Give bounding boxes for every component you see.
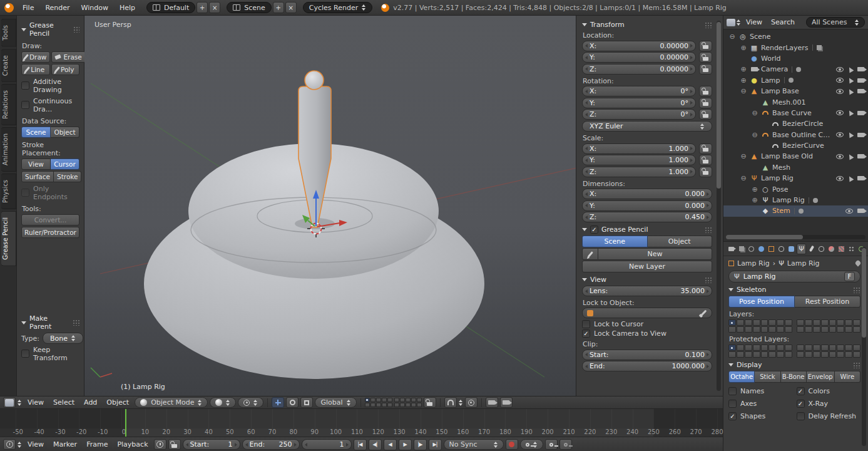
grease-pencil-panel-header[interactable]: Grease Pencil bbox=[21, 21, 79, 38]
keying-set-select[interactable] bbox=[520, 439, 543, 450]
delete-keyframe-button[interactable] bbox=[559, 439, 572, 450]
mode-select[interactable]: Object Mode bbox=[135, 397, 208, 408]
layer-cell[interactable] bbox=[728, 319, 736, 326]
layer-cell[interactable] bbox=[845, 326, 852, 333]
layer-cell[interactable] bbox=[745, 326, 752, 333]
layer-cell[interactable] bbox=[821, 326, 829, 333]
outliner-row-beziercircle[interactable]: BezierCircle bbox=[723, 118, 868, 129]
armature-layers-group-1[interactable] bbox=[728, 319, 792, 333]
armature-name-value[interactable]: Lamp Rig bbox=[743, 272, 840, 281]
tab-object-data[interactable]: Ψ bbox=[797, 244, 806, 254]
layer-cell[interactable] bbox=[737, 319, 744, 326]
outliner-row-world[interactable]: ● World bbox=[723, 53, 868, 64]
manipulator-scale-button[interactable] bbox=[300, 397, 313, 408]
jump-to-start-button[interactable]: |◀ bbox=[354, 439, 367, 450]
lock-to-scene-button[interactable] bbox=[424, 397, 436, 408]
layer-cell[interactable] bbox=[411, 403, 416, 407]
tab-bone-constraints[interactable] bbox=[817, 244, 826, 254]
skeleton-panel-header[interactable]: Skeleton bbox=[728, 286, 860, 294]
layer-cell[interactable] bbox=[382, 398, 387, 402]
panel-drag-handle[interactable] bbox=[705, 22, 712, 28]
outliner-row-pose[interactable]: ⊕ ○ Pose bbox=[723, 184, 868, 194]
gp-npanel-object-button[interactable]: Object bbox=[648, 236, 713, 247]
layer-cell[interactable] bbox=[813, 319, 820, 326]
start-frame-field[interactable]: Start:1 bbox=[183, 439, 240, 450]
names-checkbox[interactable]: Names bbox=[728, 387, 793, 395]
layer-cell[interactable] bbox=[853, 319, 860, 326]
dimensions-x-field[interactable]: X:0.000 bbox=[582, 189, 712, 199]
layer-cell[interactable] bbox=[805, 345, 812, 351]
expand-icon[interactable]: ⊖ bbox=[751, 109, 758, 117]
pin-icon[interactable] bbox=[854, 259, 861, 266]
armature-layers-group-2[interactable] bbox=[797, 319, 860, 333]
opengl-render-button[interactable] bbox=[486, 397, 498, 408]
layer-cell[interactable] bbox=[387, 398, 392, 402]
only-endpoints-checkbox[interactable]: Only Endpoints bbox=[21, 185, 79, 201]
shapes-checkbox[interactable]: Shapes bbox=[728, 412, 793, 420]
checkbox[interactable] bbox=[582, 320, 590, 328]
hide-toggle-icon[interactable] bbox=[845, 209, 853, 214]
scene-field[interactable]: Scene bbox=[227, 2, 272, 13]
selectable-toggle-icon[interactable] bbox=[847, 175, 854, 182]
display-octahedral-button[interactable]: Octahe bbox=[728, 371, 755, 383]
layer-cell[interactable] bbox=[382, 403, 387, 407]
tab-particles[interactable] bbox=[847, 244, 856, 254]
lock-camera-to-view-checkbox[interactable]: Lock Camera to View bbox=[582, 329, 712, 338]
editor-type-button[interactable] bbox=[3, 439, 16, 450]
hide-toggle-icon[interactable] bbox=[836, 89, 844, 94]
outliner-row-base-curve[interactable]: ⊖ Base Curve bbox=[723, 108, 868, 118]
stroke-surface-button[interactable]: Surface bbox=[21, 171, 54, 182]
layer-cell[interactable] bbox=[365, 398, 370, 402]
display-panel-header[interactable]: Display bbox=[728, 361, 860, 369]
render-toggle-icon[interactable] bbox=[857, 133, 864, 137]
delay-refresh-checkbox[interactable]: Delay Refresh bbox=[797, 412, 861, 420]
armature-name-field[interactable]: Ψ Lamp Rig F bbox=[728, 271, 860, 283]
display-stick-button[interactable]: Stick bbox=[755, 371, 780, 383]
gp-new-layer-button[interactable]: New Layer bbox=[582, 261, 712, 272]
layer-cell[interactable] bbox=[785, 319, 792, 326]
outliner-item-label[interactable]: BezierCircle bbox=[782, 120, 823, 128]
menu-help[interactable]: Help bbox=[115, 2, 140, 14]
selectable-toggle-icon[interactable] bbox=[847, 110, 854, 117]
viewport-shading-select[interactable] bbox=[210, 397, 236, 408]
stem-ball[interactable] bbox=[305, 71, 324, 90]
outliner-item-label[interactable]: BezierCurve bbox=[782, 142, 824, 150]
play-reverse-button[interactable]: ◀ bbox=[384, 439, 397, 450]
layer-cell[interactable] bbox=[797, 319, 804, 326]
next-keyframe-button[interactable]: |▶ bbox=[414, 439, 427, 450]
outliner-row-base-outline-curve[interactable]: ⊖ Base Outline Curve bbox=[723, 130, 868, 140]
outliner-row-lamp[interactable]: ⊕ ● Lamp bbox=[723, 75, 868, 86]
render-toggle-icon[interactable] bbox=[857, 67, 864, 71]
protected-layers-group-1[interactable] bbox=[728, 345, 792, 358]
outliner-row-lamp-base[interactable]: ⊖ ▲ Lamp Base bbox=[723, 86, 868, 96]
3d-viewport[interactable]: User Persp (1) Lamp Rig bbox=[84, 16, 576, 396]
ruler-protractor-button[interactable]: Ruler/Protractor bbox=[21, 227, 79, 238]
gp-npanel-scene-button[interactable]: Scene bbox=[582, 236, 648, 247]
eyedropper-icon[interactable] bbox=[701, 310, 707, 316]
continuous-drawing-checkbox[interactable]: Continuous Dra... bbox=[21, 97, 79, 113]
layer-cell[interactable] bbox=[400, 403, 405, 407]
layer-cell[interactable] bbox=[753, 319, 760, 326]
layer-cell[interactable] bbox=[370, 403, 375, 407]
make-parent-panel-header[interactable]: Make Parent bbox=[21, 314, 79, 331]
layers-icon[interactable] bbox=[817, 45, 822, 50]
expand-icon[interactable]: ⊕ bbox=[740, 65, 747, 73]
breadcrumb-data[interactable]: Lamp Rig bbox=[787, 259, 820, 267]
camera-data-icon[interactable] bbox=[796, 67, 801, 72]
layer-cell[interactable] bbox=[829, 351, 837, 358]
transform-orientation-select[interactable]: Global bbox=[315, 397, 356, 408]
tab-grease-pencil[interactable]: Grease Pencil bbox=[1, 211, 16, 266]
grease-pencil-npanel-header[interactable]: Grease Pencil bbox=[582, 226, 712, 234]
menu-window[interactable]: Window bbox=[76, 2, 113, 14]
checkbox[interactable] bbox=[582, 329, 590, 338]
tab-create[interactable]: Create bbox=[1, 49, 16, 82]
layer-cell[interactable] bbox=[805, 351, 812, 358]
layer-cell[interactable] bbox=[845, 345, 852, 351]
render-toggle-icon[interactable] bbox=[857, 78, 864, 83]
outliner-row-mesh[interactable]: ▲ Mesh bbox=[723, 162, 868, 173]
layer-cell[interactable] bbox=[813, 345, 820, 351]
layer-cell[interactable] bbox=[737, 351, 744, 358]
auto-keyframe-record-button[interactable] bbox=[506, 439, 518, 450]
layer-cell[interactable] bbox=[785, 345, 792, 351]
preview-range-toggle[interactable] bbox=[154, 439, 166, 450]
